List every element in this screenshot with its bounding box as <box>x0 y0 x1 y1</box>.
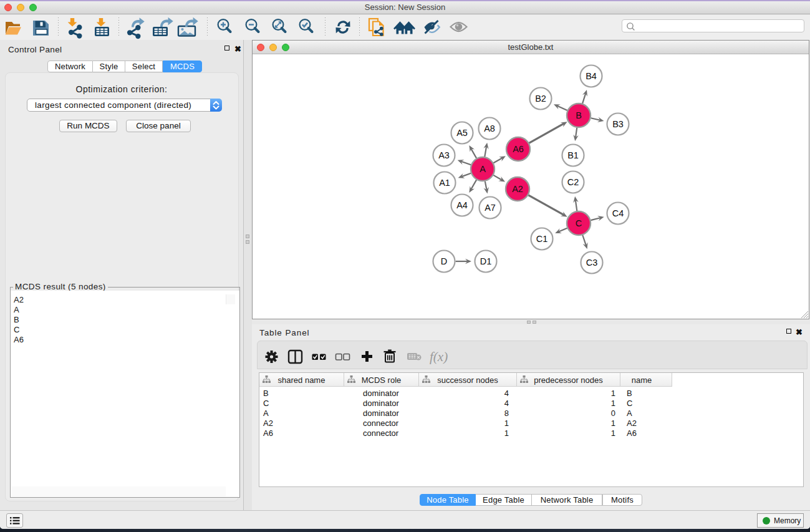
svg-text:D: D <box>441 256 447 266</box>
svg-text:B: B <box>576 110 582 120</box>
svg-text:B4: B4 <box>586 71 597 81</box>
svg-text:A: A <box>480 164 486 174</box>
svg-text:C: C <box>576 218 582 228</box>
svg-text:A1: A1 <box>439 178 450 188</box>
svg-text:C1: C1 <box>536 234 548 244</box>
svg-text:A2: A2 <box>512 184 523 194</box>
svg-text:D1: D1 <box>480 256 492 266</box>
svg-text:A8: A8 <box>484 123 495 133</box>
svg-text:A6: A6 <box>513 144 524 154</box>
svg-text:B3: B3 <box>612 119 624 129</box>
svg-text:B1: B1 <box>567 150 579 160</box>
svg-text:A3: A3 <box>438 150 450 160</box>
svg-text:A5: A5 <box>456 128 468 138</box>
svg-text:B2: B2 <box>535 94 546 104</box>
svg-text:A7: A7 <box>485 203 496 213</box>
svg-text:C4: C4 <box>612 208 624 218</box>
svg-text:f(x): f(x) <box>430 349 448 364</box>
svg-text:A4: A4 <box>456 200 468 210</box>
svg-text:C3: C3 <box>586 258 598 268</box>
svg-text:C2: C2 <box>567 177 579 187</box>
